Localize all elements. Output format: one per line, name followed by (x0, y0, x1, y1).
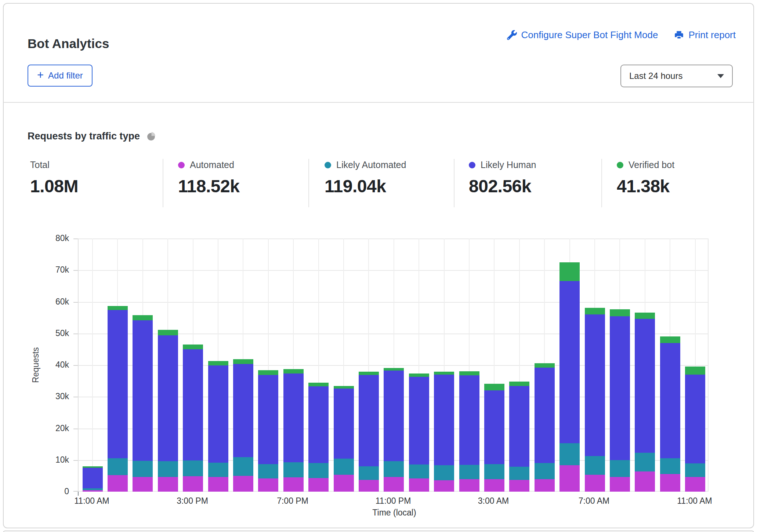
bar-1-00-am (434, 238, 454, 492)
bar-10-00-pm (359, 238, 379, 492)
segment-likely-automated (108, 458, 128, 475)
segment-verified-bot (434, 372, 454, 375)
stat-value: 118.52k (178, 176, 239, 196)
segment-likely-human (108, 310, 128, 459)
segment-automated (434, 480, 454, 492)
bar-9-00-am (635, 238, 655, 492)
segment-automated (559, 465, 580, 492)
y-tick-mark (73, 491, 78, 492)
time-range-select[interactable]: Last 24 hours (620, 65, 733, 87)
segment-likely-automated (685, 463, 705, 477)
bar-3-00-pm (183, 238, 203, 492)
bar-7-00-pm (283, 238, 304, 492)
x-tick-label: 3:00 PM (177, 496, 208, 506)
segment-likely-human (434, 375, 454, 465)
y-tick-mark (73, 429, 78, 429)
configure-link-label: Configure Super Bot Fight Mode (521, 29, 658, 41)
header-links: Configure Super Bot Fight Mode Print rep… (507, 29, 736, 41)
segment-automated (158, 477, 178, 492)
add-filter-label: Add filter (48, 70, 83, 81)
segment-likely-human (610, 316, 630, 460)
segment-likely-human (509, 386, 529, 467)
segment-likely-human (158, 335, 178, 461)
y-tick-label: 30k (40, 391, 69, 401)
segment-automated (83, 490, 103, 492)
plus-icon: + (37, 69, 44, 82)
y-tick-label: 70k (40, 265, 69, 275)
configure-super-bot-fight-mode-link[interactable]: Configure Super Bot Fight Mode (507, 29, 658, 41)
bar-5-00-pm (233, 238, 253, 492)
segment-likely-human (308, 386, 329, 463)
chevron-down-icon (717, 74, 724, 78)
segment-likely-automated (233, 457, 253, 476)
x-tick-label: 7:00 PM (277, 496, 308, 506)
segment-likely-human (283, 374, 304, 462)
stat-value: 41.38k (617, 176, 674, 196)
segment-automated (409, 478, 429, 492)
segment-automated (334, 475, 354, 492)
segment-verified-bot (158, 330, 178, 335)
print-link-label: Print report (688, 29, 736, 41)
segment-automated (359, 480, 379, 492)
segment-likely-automated (535, 463, 555, 479)
stat-value: 802.56k (469, 176, 536, 196)
bar-10-00-am (660, 238, 680, 492)
segment-likely-human (459, 375, 479, 465)
legend-dot (178, 162, 185, 168)
segment-automated (610, 477, 630, 492)
bar-11-00-am (83, 238, 103, 492)
segment-likely-automated (308, 463, 329, 478)
segment-likely-automated (610, 460, 630, 477)
segment-automated (484, 479, 504, 492)
segment-automated (660, 474, 680, 492)
segment-verified-bot (509, 382, 529, 386)
segment-automated (384, 477, 404, 492)
bar-5-00-am (535, 238, 555, 492)
segment-likely-human (334, 389, 354, 459)
segment-likely-automated (509, 467, 529, 480)
segment-likely-human (208, 365, 228, 463)
segment-verified-bot (484, 384, 504, 390)
segment-likely-human (409, 377, 429, 464)
segment-likely-automated (484, 464, 504, 479)
segment-verified-bot (359, 372, 379, 375)
y-tick-mark (73, 365, 78, 366)
segment-likely-human (233, 364, 253, 457)
y-tick-mark (73, 270, 78, 271)
segment-verified-bot (108, 306, 128, 310)
segment-likely-automated (258, 464, 278, 478)
segment-likely-automated (409, 464, 429, 478)
bar-3-00-am (484, 238, 504, 492)
stat-divider (308, 159, 309, 207)
y-tick-label: 60k (40, 297, 69, 307)
add-filter-button[interactable]: + Add filter (28, 65, 93, 87)
segment-verified-bot (459, 371, 479, 375)
y-tick-label: 80k (40, 233, 69, 243)
stat-label: Automated (190, 159, 234, 171)
print-report-link[interactable]: Print report (674, 29, 736, 41)
segment-likely-automated (133, 461, 153, 477)
y-tick-label: 0 (40, 487, 69, 496)
y-tick-mark (73, 238, 78, 239)
stat-likely-automated: Likely Automated119.04k (325, 159, 406, 196)
stat-label: Total (30, 159, 50, 171)
segment-likely-human (359, 375, 379, 466)
legend-dot (325, 162, 331, 168)
stat-label: Verified bot (629, 159, 674, 171)
segment-likely-human (660, 343, 680, 458)
bar-4-00-pm (208, 238, 228, 492)
x-tick-label: 7:00 AM (579, 496, 609, 506)
segment-likely-human (559, 281, 580, 444)
segment-automated (509, 480, 529, 492)
segment-verified-bot (585, 308, 605, 314)
x-tick-label: 11:00 PM (376, 496, 411, 506)
segment-automated (535, 479, 555, 492)
segment-verified-bot (384, 368, 404, 371)
plot-area (78, 238, 709, 492)
stat-total: Total1.08M (30, 159, 78, 196)
segment-verified-bot (409, 374, 429, 377)
bar-9-00-pm (334, 238, 354, 492)
stat-value: 119.04k (325, 176, 406, 196)
segment-likely-automated (434, 465, 454, 480)
segment-verified-bot (660, 336, 680, 343)
